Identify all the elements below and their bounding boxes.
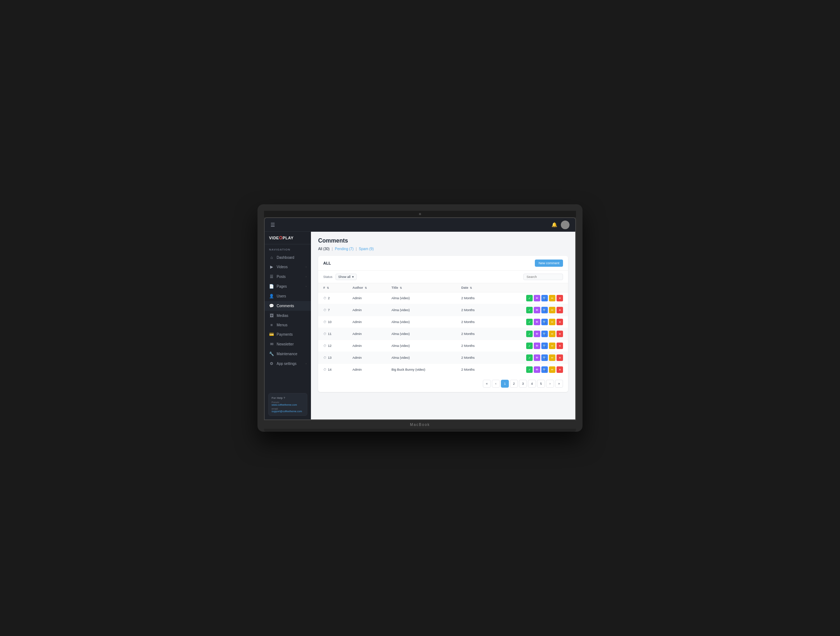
comments-table: # ⇅ Author ⇅ Title ⇅ Date ⇅ ⏱ 2 Admi bbox=[318, 283, 568, 375]
action-view-btn[interactable]: 👁 bbox=[534, 331, 540, 337]
action-delete-btn[interactable]: ✕ bbox=[556, 319, 563, 325]
col-id: # ⇅ bbox=[318, 283, 347, 292]
action-edit-btn[interactable]: ✏ bbox=[549, 343, 556, 349]
help-email-link[interactable]: support@coffeetheme.com bbox=[272, 410, 304, 412]
nav-label-menus: Menus bbox=[276, 323, 287, 327]
action-view-btn[interactable]: 👁 bbox=[534, 366, 540, 373]
action-search-btn[interactable]: 🔍 bbox=[542, 366, 548, 373]
action-approve-btn[interactable]: ✓ bbox=[526, 366, 533, 373]
action-search-btn[interactable]: 🔍 bbox=[542, 307, 548, 313]
maintenance-icon: 🔧 bbox=[269, 351, 274, 356]
new-comment-button[interactable]: New comment bbox=[535, 260, 563, 267]
action-edit-btn[interactable]: ✏ bbox=[549, 307, 556, 313]
action-approve-btn[interactable]: ✓ bbox=[526, 319, 533, 325]
row-id-value: 13 bbox=[328, 356, 332, 359]
cell-date: 2 Months bbox=[456, 316, 493, 328]
nav-label-comments: Comments bbox=[276, 304, 294, 308]
action-view-btn[interactable]: 👁 bbox=[534, 343, 540, 349]
action-approve-btn[interactable]: ✓ bbox=[526, 343, 533, 349]
action-search-btn[interactable]: 🔍 bbox=[542, 343, 548, 349]
pagination-prev[interactable]: ‹ bbox=[492, 380, 500, 388]
action-edit-btn[interactable]: ✏ bbox=[549, 354, 556, 361]
sidebar-help: For Help ? Forum: www.coffeetheme.com em… bbox=[268, 393, 307, 416]
action-edit-btn[interactable]: ✏ bbox=[549, 319, 556, 325]
laptop-brand: MacBook bbox=[410, 423, 430, 427]
sidebar-item-payments[interactable]: 💳 Payments bbox=[265, 329, 311, 339]
action-approve-btn[interactable]: ✓ bbox=[526, 331, 533, 337]
page-title: Comments bbox=[318, 238, 568, 244]
clock-icon: ⏱ bbox=[323, 308, 327, 312]
bell-icon[interactable]: 🔔 bbox=[551, 222, 557, 227]
app-layout: VIDEOPLAY Navigation ⌂ Dashboard ▶ Video… bbox=[265, 232, 575, 419]
sidebar: VIDEOPLAY Navigation ⌂ Dashboard ▶ Video… bbox=[265, 232, 311, 419]
cell-title: Alma (video) bbox=[387, 352, 456, 364]
cell-id: ⏱ 10 bbox=[318, 316, 347, 328]
table-head: # ⇅ Author ⇅ Title ⇅ Date ⇅ bbox=[318, 283, 568, 292]
action-delete-btn[interactable]: ✕ bbox=[556, 343, 563, 349]
action-view-btn[interactable]: 👁 bbox=[534, 307, 540, 313]
hamburger-icon[interactable]: ☰ bbox=[270, 222, 275, 228]
action-delete-btn[interactable]: ✕ bbox=[556, 354, 563, 361]
pagination-last[interactable]: » bbox=[555, 380, 563, 388]
sidebar-item-videos[interactable]: ▶ Videos › bbox=[265, 262, 311, 272]
action-delete-btn[interactable]: ✕ bbox=[556, 366, 563, 373]
action-view-btn[interactable]: 👁 bbox=[534, 354, 540, 361]
action-search-btn[interactable]: 🔍 bbox=[542, 331, 548, 337]
action-edit-btn[interactable]: ✏ bbox=[549, 295, 556, 301]
action-approve-btn[interactable]: ✓ bbox=[526, 354, 533, 361]
cell-title: Alma (video) bbox=[387, 328, 456, 340]
cell-id: ⏱ 7 bbox=[318, 304, 347, 316]
filter-tab-all[interactable]: All (30) bbox=[318, 247, 330, 251]
pagination-page-2[interactable]: 2 bbox=[510, 380, 518, 388]
status-select[interactable]: Show all ▾ bbox=[335, 274, 357, 280]
sidebar-item-newsletter[interactable]: ✉ Newsletter bbox=[265, 339, 311, 349]
action-search-btn[interactable]: 🔍 bbox=[542, 319, 548, 325]
sidebar-item-maintenance[interactable]: 🔧 Maintenance bbox=[265, 349, 311, 359]
sidebar-item-medias[interactable]: 🖼 Medias bbox=[265, 311, 311, 320]
filter-tab-spam[interactable]: Spam (9) bbox=[359, 247, 374, 251]
sidebar-item-posts[interactable]: ☰ Posts › bbox=[265, 272, 311, 282]
pagination: «‹12345›» bbox=[318, 375, 568, 392]
sidebar-item-dashboard[interactable]: ⌂ Dashboard bbox=[265, 253, 311, 262]
pagination-page-5[interactable]: 5 bbox=[537, 380, 545, 388]
sidebar-item-users[interactable]: 👤 Users bbox=[265, 291, 311, 301]
action-search-btn[interactable]: 🔍 bbox=[542, 295, 548, 301]
nav-label-dashboard: Dashboard bbox=[276, 255, 294, 260]
action-edit-btn[interactable]: ✏ bbox=[549, 331, 556, 337]
action-view-btn[interactable]: 👁 bbox=[534, 319, 540, 325]
action-delete-btn[interactable]: ✕ bbox=[556, 307, 563, 313]
pagination-first[interactable]: « bbox=[483, 380, 491, 388]
sidebar-item-comments[interactable]: 💬 Comments bbox=[265, 301, 311, 311]
action-delete-btn[interactable]: ✕ bbox=[556, 295, 563, 301]
menus-icon: ≡ bbox=[269, 323, 274, 327]
table-row: ⏱ 14 Admin Big Buck Bunny (video) 2 Mont… bbox=[318, 364, 568, 376]
action-search-btn[interactable]: 🔍 bbox=[542, 354, 548, 361]
posts-icon: ☰ bbox=[269, 274, 274, 279]
action-approve-btn[interactable]: ✓ bbox=[526, 307, 533, 313]
sidebar-item-menus[interactable]: ≡ Menus bbox=[265, 320, 311, 329]
filter-tab-pending[interactable]: Pending (7) bbox=[335, 247, 354, 251]
chevron-right-icon: › bbox=[306, 275, 306, 278]
filter-tabs: All (30)|Pending (7)|Spam (9) bbox=[318, 247, 568, 251]
clock-icon: ⏱ bbox=[323, 344, 327, 348]
sidebar-item-app-settings[interactable]: ⚙ App settings › bbox=[265, 359, 311, 368]
cell-actions: ✓ 👁 🔍 ✏ ✕ bbox=[493, 328, 568, 340]
topbar: ☰ 🔔 bbox=[265, 218, 575, 232]
action-edit-btn[interactable]: ✏ bbox=[549, 366, 556, 373]
pagination-page-3[interactable]: 3 bbox=[519, 380, 527, 388]
action-view-btn[interactable]: 👁 bbox=[534, 295, 540, 301]
search-input[interactable] bbox=[523, 274, 563, 280]
action-approve-btn[interactable]: ✓ bbox=[526, 295, 533, 301]
avatar[interactable] bbox=[561, 220, 570, 229]
cell-actions: ✓ 👁 🔍 ✏ ✕ bbox=[493, 316, 568, 328]
row-id-value: 7 bbox=[328, 308, 330, 312]
sort-icon: ⇅ bbox=[470, 287, 472, 289]
action-delete-btn[interactable]: ✕ bbox=[556, 331, 563, 337]
pagination-next[interactable]: › bbox=[546, 380, 554, 388]
cell-id: ⏱ 12 bbox=[318, 340, 347, 352]
pagination-page-1[interactable]: 1 bbox=[501, 380, 509, 388]
cell-id: ⏱ 11 bbox=[318, 328, 347, 340]
sidebar-item-pages[interactable]: 📄 Pages › bbox=[265, 282, 311, 291]
help-forum-link[interactable]: www.coffeetheme.com bbox=[272, 403, 304, 406]
pagination-page-4[interactable]: 4 bbox=[528, 380, 536, 388]
